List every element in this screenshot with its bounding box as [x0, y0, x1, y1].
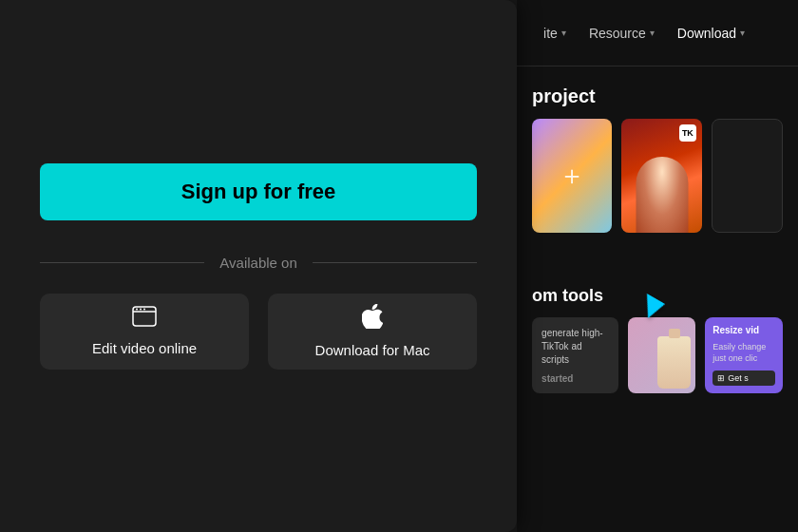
left-panel: Sign up for free Available on Edit video… [0, 0, 517, 532]
plus-icon: ＋ [559, 158, 585, 194]
nav-resource-label: Resource [589, 26, 646, 41]
edit-online-button[interactable]: Edit video online [40, 294, 249, 370]
tiktok-logo: TK [679, 124, 696, 142]
chevron-down-icon: ▾ [740, 28, 745, 38]
beauty-tool-card[interactable] [628, 317, 695, 393]
nav-site-label: ite [543, 26, 558, 41]
nav-bar: ite ▾ Resource ▾ Download ▾ [517, 0, 798, 66]
platform-buttons: Edit video online Download for Mac [40, 294, 477, 370]
resize-get-button[interactable]: ⊞ Get s [712, 370, 775, 386]
beauty-bottle-icon [657, 336, 691, 389]
resize-card-subtext: Easily change just one clic [712, 342, 775, 364]
svg-point-4 [143, 309, 145, 311]
get-button-label: Get s [728, 373, 749, 383]
chevron-down-icon: ▾ [561, 28, 566, 38]
project-section-title: project [517, 66, 798, 119]
nav-download-label: Download [677, 26, 736, 41]
chevron-down-icon: ▾ [650, 28, 655, 38]
nav-item-resource[interactable]: Resource ▾ [578, 18, 666, 48]
browser-icon [132, 306, 157, 332]
template-cards-container: ＋ TK TikTok 9:16 [517, 119, 798, 278]
resize-card-title: Resize vid [712, 325, 775, 335]
third-template-card[interactable] [712, 119, 783, 233]
available-on-label: Available on [40, 255, 477, 271]
script-card-text: generate high- TikTok ad scripts [542, 327, 609, 367]
tools-row: generate high- TikTok ad scripts started… [517, 317, 798, 393]
cards-row: ＋ TK TikTok 9:16 [517, 119, 798, 233]
svg-point-3 [140, 309, 142, 311]
download-mac-label: Download for Mac [315, 342, 430, 358]
signup-button[interactable]: Sign up for free [40, 163, 477, 220]
add-template-card[interactable]: ＋ [532, 119, 612, 233]
script-card-action: started [542, 373, 609, 384]
nav-item-site[interactable]: ite ▾ [532, 18, 578, 48]
svg-point-2 [136, 309, 138, 311]
resize-tool-card[interactable]: Resize vid Easily change just one clic ⊞… [705, 317, 783, 393]
edit-online-label: Edit video online [92, 340, 197, 356]
tiktok-card-image: TK [621, 119, 701, 233]
right-panel: ite ▾ Resource ▾ Download ▾ project ＋ [517, 0, 798, 532]
apple-icon [362, 304, 383, 334]
download-mac-button[interactable]: Download for Mac [268, 294, 477, 370]
get-button-icon: ⊞ [717, 373, 725, 383]
nav-item-download[interactable]: Download ▾ [666, 18, 756, 48]
script-tool-card[interactable]: generate high- TikTok ad scripts started [532, 317, 618, 393]
tiktok-template-card[interactable]: TK TikTok 9:16 [621, 119, 701, 233]
